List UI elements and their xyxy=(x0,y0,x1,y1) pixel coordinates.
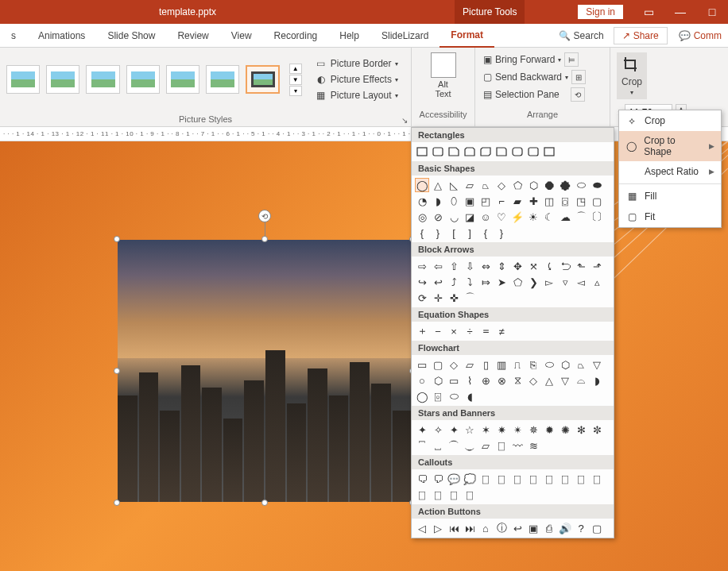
shape-callout-line2[interactable]: ⎕ xyxy=(494,472,509,486)
shape-action-movie[interactable]: ▣ xyxy=(526,521,540,535)
shape-action-forward[interactable]: ▷ xyxy=(431,521,445,535)
shape-bevel[interactable]: ▢ xyxy=(590,194,604,208)
crop-menu-crop[interactable]: ⟡Crop xyxy=(619,110,721,131)
picture-style-thumb[interactable] xyxy=(166,65,199,94)
shape-fc-process[interactable]: ▭ xyxy=(415,357,429,372)
shape-arrow-bent[interactable]: ⤹ xyxy=(542,259,556,273)
shape-l-shape[interactable]: ⌐ xyxy=(494,194,509,208)
gallery-scroll-down[interactable]: ▼ xyxy=(289,75,302,85)
shape-wave[interactable]: 〰 xyxy=(510,438,525,453)
shape-parallelogram[interactable]: ▱ xyxy=(463,178,477,192)
shape-action-help[interactable]: ? xyxy=(574,521,588,535)
bring-forward-button[interactable]: ▣Bring Forward▾⊨ xyxy=(483,52,602,67)
shape-arrow-left[interactable]: ⇦ xyxy=(431,259,445,273)
shape-smiley[interactable]: ☺ xyxy=(478,210,493,224)
shape-fc-preparation[interactable]: ⬡ xyxy=(558,357,572,372)
shape-action-document[interactable]: ⎙ xyxy=(542,521,556,535)
shape-curved-down-ribbon[interactable]: ⏝ xyxy=(463,438,477,453)
shape-5point-star[interactable]: ☆ xyxy=(463,422,477,437)
shape-callout-line1[interactable]: ⎕ xyxy=(478,472,493,486)
shape-32point-star[interactable]: ✼ xyxy=(590,422,604,437)
tab-partial[interactable]: s xyxy=(0,24,27,48)
crop-menu-fit[interactable]: ▢Fit xyxy=(619,206,721,227)
shape-callout-accent4[interactable]: ⎕ xyxy=(590,472,604,486)
shape-action-home[interactable]: ⌂ xyxy=(478,521,493,535)
shape-callout-line4[interactable]: ⎕ xyxy=(526,472,540,486)
shape-arrow-up[interactable]: ⇧ xyxy=(447,259,461,273)
shape-fc-delay[interactable]: ◗ xyxy=(590,373,604,388)
shape-arrow-rightcallout[interactable]: ▻ xyxy=(542,275,556,289)
shape-callout-accent2[interactable]: ⎕ xyxy=(558,472,572,486)
shape-round-same[interactable] xyxy=(510,145,525,159)
group-button[interactable]: ⊞ xyxy=(571,70,586,84)
picture-style-thumb[interactable] xyxy=(86,65,119,94)
shape-moon[interactable]: ☾ xyxy=(542,210,556,224)
shape-arrow-down[interactable]: ⇩ xyxy=(463,259,477,273)
shape-donut[interactable]: ◎ xyxy=(415,210,429,224)
shape-explosion2[interactable]: ✧ xyxy=(431,422,445,437)
shape-fc-magnetic[interactable]: ⌻ xyxy=(431,389,445,403)
shape-triangle[interactable]: △ xyxy=(431,178,445,192)
shape-arrow-leftup[interactable]: ⬑ xyxy=(574,259,588,273)
shape-sun[interactable]: ☀ xyxy=(526,210,540,224)
shape-snip-same[interactable] xyxy=(463,145,477,159)
shape-no-symbol[interactable]: ⊘ xyxy=(431,210,445,224)
shape-left-brace2[interactable]: { xyxy=(478,226,493,240)
shape-fc-data[interactable]: ▱ xyxy=(463,357,477,372)
resize-handle-tl[interactable] xyxy=(114,236,120,242)
resize-handle-b[interactable] xyxy=(261,500,268,506)
picture-effects-button[interactable]: ◐Picture Effects▾ xyxy=(315,73,398,86)
shape-callout-cloud[interactable]: 💭 xyxy=(463,472,477,486)
shape-diag-stripe[interactable]: ▰ xyxy=(510,194,525,208)
tab-slide-show[interactable]: Slide Show xyxy=(96,24,166,48)
shape-rounded-rectangle[interactable] xyxy=(431,145,445,159)
shape-8point-star[interactable]: ✴ xyxy=(510,422,525,437)
shape-not-equal[interactable]: ≠ xyxy=(494,324,509,338)
picture-style-thumb[interactable] xyxy=(126,65,160,94)
shape-block-arc[interactable]: ◡ xyxy=(447,210,461,224)
shape-arrow-circular[interactable]: ⟳ xyxy=(415,291,429,305)
shape-callout-border2[interactable]: ⎕ xyxy=(431,488,445,502)
shape-arrow-quad[interactable]: ✥ xyxy=(510,259,525,273)
shape-action-blank[interactable]: ▢ xyxy=(590,521,604,535)
shape-arrow-chevron[interactable]: ❯ xyxy=(526,275,540,289)
shape-arrow-striped[interactable]: ⤇ xyxy=(478,275,493,289)
shape-round-diag[interactable] xyxy=(526,145,540,159)
shape-round-single[interactable] xyxy=(494,145,509,159)
shape-plaque[interactable]: ◫ xyxy=(542,194,556,208)
align-button[interactable]: ⊨ xyxy=(564,52,579,67)
shape-pentagon[interactable]: ⬠ xyxy=(510,178,525,192)
shape-arrow-leftcallout[interactable]: ◅ xyxy=(574,275,588,289)
shape-arrow-cross[interactable]: ✜ xyxy=(447,291,461,305)
shape-fc-predefined[interactable]: ▯ xyxy=(478,357,493,372)
shape-7point-star[interactable]: ✷ xyxy=(494,422,509,437)
maximize-button[interactable]: □ xyxy=(696,0,728,24)
shape-rect9[interactable] xyxy=(542,145,556,159)
shape-arrow-curved-up[interactable]: ⤴ xyxy=(447,275,461,289)
shape-fc-card[interactable]: ▭ xyxy=(447,373,461,388)
shape-fc-manual-input[interactable]: ⏢ xyxy=(574,357,588,372)
shape-frame[interactable]: ▣ xyxy=(463,194,477,208)
shape-arrow-curved-right[interactable]: ↪ xyxy=(415,275,429,289)
shape-callout-border1[interactable]: ⎕ xyxy=(415,488,429,502)
shape-octagon[interactable]: ⯄ xyxy=(558,178,572,192)
selection-pane-button[interactable]: ▤Selection Pane⟲ xyxy=(483,87,602,102)
shape-cross[interactable]: ✚ xyxy=(526,194,540,208)
picture-style-thumb[interactable] xyxy=(206,65,239,94)
shape-decagon[interactable]: ⬭ xyxy=(574,178,588,192)
minimize-button[interactable]: — xyxy=(664,0,696,24)
crop-button[interactable]: Crop ▾ xyxy=(617,52,647,99)
shape-fc-alt-process[interactable]: ▢ xyxy=(431,357,445,372)
shape-arrow-plus[interactable]: ✛ xyxy=(431,291,445,305)
shape-fc-tape[interactable]: ⌇ xyxy=(463,373,477,388)
rotation-handle[interactable]: ⟲ xyxy=(258,210,271,222)
shape-fc-merge[interactable]: ▽ xyxy=(558,373,572,388)
shape-callout-line3[interactable]: ⎕ xyxy=(510,472,525,486)
shape-equal[interactable]: ＝ xyxy=(478,324,493,338)
tab-slidelizard[interactable]: SlideLizard xyxy=(370,24,440,48)
picture-style-thumb-selected[interactable] xyxy=(246,65,279,94)
picture-style-thumb[interactable] xyxy=(6,65,40,94)
shape-plus[interactable]: ＋ xyxy=(415,324,429,338)
shape-dodecagon[interactable]: ⬬ xyxy=(590,178,604,192)
shape-fc-collate[interactable]: ⧖ xyxy=(510,373,525,388)
